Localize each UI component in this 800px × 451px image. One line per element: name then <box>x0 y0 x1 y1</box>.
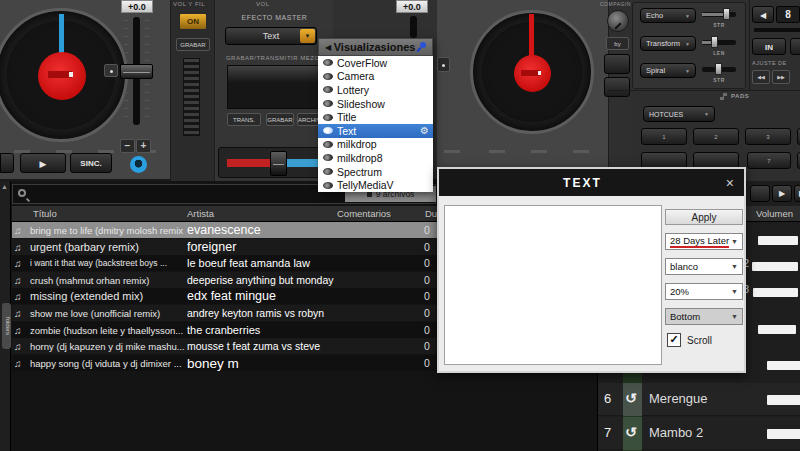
loop-in-button[interactable]: IN <box>752 38 786 55</box>
visibility-toggle-icon[interactable] <box>323 182 333 189</box>
visibility-toggle-icon[interactable] <box>323 73 333 80</box>
right-spindle-cap[interactable] <box>514 55 551 92</box>
visibility-toggle-icon[interactable] <box>323 86 333 93</box>
loop-out-button-clipped[interactable] <box>790 38 800 55</box>
visibility-toggle-icon[interactable] <box>323 100 333 107</box>
track-duration: 0 <box>424 222 433 238</box>
play-button[interactable]: ▶ <box>20 153 66 173</box>
visibility-toggle-icon[interactable] <box>323 168 333 175</box>
gear-icon[interactable]: ⚙ <box>420 125 429 136</box>
loop-half-button[interactable]: ◀ <box>752 6 774 23</box>
volume-bar[interactable] <box>767 429 800 439</box>
playlist-row[interactable]: 6 ↺ Merengue <box>598 383 800 416</box>
fx-slot-2-dropdown[interactable]: Transform▼ <box>640 36 696 51</box>
dialog-titlebar[interactable]: TEXT × <box>439 169 744 196</box>
blank-button-2[interactable] <box>604 77 630 97</box>
crossfader-handle[interactable] <box>270 151 287 176</box>
pin-icon[interactable] <box>418 42 428 52</box>
menu-item-milkdrop8[interactable]: milkdrop8 <box>318 151 433 165</box>
deck-tick <box>444 150 460 153</box>
fx-slot-3-dropdown[interactable]: Spiral▼ <box>640 63 696 78</box>
grabar-button[interactable]: GRABAR <box>176 38 210 51</box>
column-header-artista[interactable]: Artista <box>187 206 332 221</box>
loop-knob-blue[interactable] <box>130 156 147 173</box>
pitch-minus-button[interactable]: − <box>120 139 135 153</box>
collapse-arrow-icon[interactable]: ▲ <box>1 183 8 190</box>
volume-bar[interactable] <box>758 236 798 245</box>
close-icon[interactable]: × <box>726 175 734 191</box>
fx1-slider-track[interactable] <box>702 12 736 17</box>
fx2-name: Transform <box>646 39 680 48</box>
fx2-slider-handle[interactable] <box>711 36 718 48</box>
effect-dropdown-arrow-button[interactable]: ▼ <box>300 29 315 43</box>
cue-button-clipped[interactable] <box>0 153 14 173</box>
compaginar-knob[interactable] <box>607 10 629 32</box>
fx2-slider-track[interactable] <box>702 40 736 45</box>
grabar2-button[interactable]: GRABAR <box>266 113 294 126</box>
visibility-toggle-icon[interactable] <box>323 59 333 66</box>
playlist-row[interactable]: 7 ↺ Mambo 2 <box>598 417 800 450</box>
visibility-toggle-icon[interactable] <box>323 114 333 121</box>
menu-item-title[interactable]: Title <box>318 110 433 124</box>
on-button[interactable]: ON <box>179 13 207 30</box>
repeat-icon[interactable]: ↺ <box>625 390 637 406</box>
fx1-slider-handle[interactable] <box>723 8 730 20</box>
volume-bar[interactable] <box>753 288 798 297</box>
deck-side-button[interactable] <box>437 57 450 72</box>
dialog-text-input[interactable] <box>444 205 662 365</box>
pad-2[interactable]: 2 <box>693 128 739 145</box>
menu-item-lottery[interactable]: Lottery <box>318 83 433 97</box>
menu-header[interactable]: ◀ Visualizasiones <box>318 38 433 56</box>
folders-tab[interactable]: folders <box>2 303 11 349</box>
column-header-comentarios[interactable]: Comentarios <box>337 206 422 221</box>
sync-button[interactable]: SINC. <box>70 153 112 173</box>
transport-next-button[interactable]: ▶| <box>794 185 800 202</box>
volume-bar[interactable] <box>767 361 800 370</box>
menu-item-tellymediav[interactable]: TellyMediaV <box>318 178 433 192</box>
pad-1[interactable]: 1 <box>641 128 687 145</box>
pad-label: 2 <box>714 134 717 140</box>
transport-blank-button[interactable] <box>750 185 770 202</box>
menu-item-spectrum[interactable]: Spectrum <box>318 165 433 179</box>
left-spindle-cap[interactable] <box>38 52 86 100</box>
visibility-toggle-icon[interactable] <box>323 141 333 148</box>
beat-back-button[interactable]: ◀◀ <box>752 70 770 84</box>
volume-bar[interactable] <box>758 325 796 334</box>
scroll-checkbox[interactable]: ✓ <box>667 333 681 347</box>
transport-play-button[interactable]: ▶ <box>772 185 792 202</box>
left-pitch-slider-handle[interactable] <box>120 64 153 79</box>
by-button[interactable]: by <box>606 37 629 50</box>
column-header-titulo[interactable]: Título <box>33 206 183 221</box>
pitch-reset-button[interactable] <box>104 64 118 77</box>
menu-item-milkdrop[interactable]: milkdrop <box>318 138 433 152</box>
beat-fwd-button[interactable]: ▶▶ <box>772 70 790 84</box>
volume-bar[interactable] <box>767 395 800 405</box>
apply-button[interactable]: Apply <box>665 209 743 225</box>
volume-column-header[interactable]: Volumen <box>756 206 800 221</box>
repeat-icon[interactable]: ↺ <box>625 424 637 440</box>
fx-slot-1-dropdown[interactable]: Echo▼ <box>640 8 696 23</box>
visibility-toggle-icon[interactable] <box>323 154 333 161</box>
color-select[interactable]: blanco ▼ <box>665 258 743 275</box>
fx3-slider-handle[interactable] <box>715 63 722 75</box>
position-select[interactable]: Bottom ▼ <box>665 308 743 325</box>
pitch-plus-button[interactable]: + <box>136 139 151 153</box>
visualizations-menu: ◀ Visualizasiones CoverFlowCameraLottery… <box>318 38 433 192</box>
size-select[interactable]: 20% ▼ <box>665 283 743 300</box>
efecto-master-title: EFECTO MASTER <box>216 14 333 21</box>
menu-item-text[interactable]: Text⚙ <box>318 124 433 138</box>
menu-item-camera[interactable]: Camera <box>318 70 433 84</box>
visibility-toggle-icon[interactable] <box>323 127 333 134</box>
menu-item-slideshow[interactable]: Slideshow <box>318 97 433 111</box>
label-text: LEN <box>713 50 725 56</box>
hotcues-dropdown[interactable]: HOTCUES▼ <box>643 106 715 122</box>
menu-item-coverflow[interactable]: CoverFlow <box>318 56 433 70</box>
right-pitch-slider-track[interactable] <box>410 16 417 38</box>
volume-bar[interactable] <box>752 262 798 271</box>
pad-3[interactable]: 3 <box>745 128 791 145</box>
blank-button-1[interactable] <box>604 54 630 74</box>
trans-button[interactable]: TRANS. <box>227 113 261 126</box>
label-text: GRABAR/TRANSMITIR MEZCL <box>226 55 323 61</box>
pad-7[interactable]: 7 <box>747 152 791 169</box>
font-select[interactable]: 28 Days Later ▼ <box>665 233 743 250</box>
